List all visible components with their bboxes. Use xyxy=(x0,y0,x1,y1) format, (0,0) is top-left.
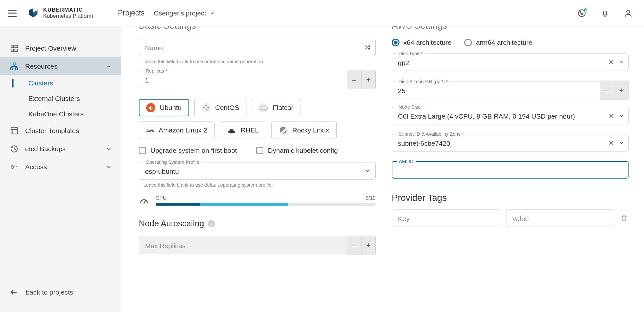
subnet-field[interactable]: Subnet ID & Availability Zone * subnet-6… xyxy=(392,134,629,151)
chevron-down-icon[interactable] xyxy=(364,168,371,174)
rhel-icon xyxy=(227,126,236,135)
bell-icon[interactable] xyxy=(600,8,610,18)
sidebar-item-external-clusters[interactable]: External Clusters xyxy=(0,91,121,106)
chevron-down-icon xyxy=(209,10,215,16)
clear-icon[interactable] xyxy=(608,113,614,119)
radio-arm64[interactable]: arm64 architecture xyxy=(464,39,532,46)
aws-settings-heading: AWS Settings xyxy=(392,26,629,31)
radio-icon xyxy=(464,39,472,46)
breadcrumb-root[interactable]: Projects xyxy=(118,9,145,17)
clear-icon[interactable] xyxy=(608,140,614,146)
brand-logo-icon xyxy=(27,7,39,19)
svg-point-13 xyxy=(265,110,266,111)
disk-type-field[interactable]: Disk Type * gp2 xyxy=(392,54,629,71)
user-icon[interactable] xyxy=(623,8,633,18)
trash-icon[interactable] xyxy=(620,214,629,222)
sidebar-label: Access xyxy=(25,163,47,171)
dashboard-icon xyxy=(10,44,19,53)
disk-size-row: Disk Size in GB (gp2) * 25 – + xyxy=(392,81,629,100)
topbar: KUBERMATIC Kubernetes Platform Projects … xyxy=(0,0,644,26)
os-chip-rocky-linux[interactable]: Rocky Linux xyxy=(271,122,336,139)
sidebar-item-project-overview[interactable]: Project Overview xyxy=(0,39,121,57)
aws-icon: aws xyxy=(146,126,154,135)
os-chip-amazon-linux-2[interactable]: aws Amazon Linux 2 xyxy=(139,122,215,139)
name-helper: Leave this field blank to use automatic … xyxy=(143,59,376,64)
svg-rect-4 xyxy=(11,49,14,52)
sidebar-item-etcd-backups[interactable]: etcd Backups xyxy=(0,140,121,158)
os-chip-flatcar[interactable]: Flatcar xyxy=(252,99,301,116)
node-size-label: Node Size * xyxy=(397,104,426,110)
menu-icon[interactable] xyxy=(8,9,17,18)
svg-point-17 xyxy=(143,202,145,204)
sidebar-item-cluster-templates[interactable]: Cluster Templates xyxy=(0,122,121,140)
flatcar-icon xyxy=(259,103,268,112)
replicas-decrement[interactable]: – xyxy=(347,70,361,89)
shuffle-icon[interactable] xyxy=(364,44,371,51)
checkbox-upgrade-first-boot[interactable]: Upgrade system on first boot xyxy=(139,147,237,154)
radio-label: x64 architecture xyxy=(403,39,451,46)
name-field[interactable] xyxy=(139,39,376,56)
clear-icon[interactable] xyxy=(608,59,614,65)
svg-point-1 xyxy=(627,10,630,13)
cpu-meter: CPU 2/10 xyxy=(139,195,376,206)
tag-value-field[interactable] xyxy=(506,210,615,227)
notification-dot xyxy=(583,8,587,12)
name-input[interactable] xyxy=(145,44,370,52)
os-chip-rhel[interactable]: RHEL xyxy=(220,122,266,139)
replicas-increment[interactable]: + xyxy=(361,70,376,89)
max-replicas-increment[interactable]: + xyxy=(361,236,376,255)
node-size-field[interactable]: Node Size * C6I Extra Large (4 vCPU, 8 G… xyxy=(392,107,629,124)
topbar-actions xyxy=(577,8,636,18)
chevron-down-icon[interactable] xyxy=(619,140,624,146)
osp-helper: Leave this field blank to use default op… xyxy=(143,182,376,188)
centos-icon xyxy=(202,103,211,112)
brand[interactable]: KUBERMATIC Kubernetes Platform xyxy=(27,7,93,19)
osp-label: Operating System Profile xyxy=(144,159,201,165)
os-chip-centos[interactable]: CentOS xyxy=(194,99,247,116)
provider-tags-heading: Provider Tags xyxy=(392,193,629,203)
osp-field[interactable]: Operating System Profile osp-ubuntu xyxy=(139,162,376,180)
os-chip-ubuntu[interactable]: ◐ Ubuntu xyxy=(139,99,189,116)
rocky-icon xyxy=(279,126,288,135)
architecture-radios: x64 architecture arm64 architecture xyxy=(392,39,629,46)
announcements-icon[interactable] xyxy=(577,8,587,18)
chip-label: Ubuntu xyxy=(160,104,182,112)
svg-rect-3 xyxy=(15,45,17,48)
chevron-down-icon xyxy=(106,146,112,152)
sidebar-item-kubeone-clusters[interactable]: KubeOne Clusters xyxy=(0,106,121,122)
ami-id-input[interactable] xyxy=(398,167,622,174)
disk-size-value[interactable]: 25 xyxy=(398,87,594,95)
replicas-value[interactable]: 1 xyxy=(145,76,341,84)
info-icon[interactable]: i xyxy=(208,220,215,227)
disk-size-decrement[interactable]: – xyxy=(600,81,614,100)
radio-x64[interactable]: x64 architecture xyxy=(392,39,451,46)
tag-value-input[interactable] xyxy=(512,215,609,223)
disk-size-increment[interactable]: + xyxy=(614,81,629,100)
tag-key-input[interactable] xyxy=(398,215,494,223)
chip-label: RHEL xyxy=(241,126,259,134)
max-replicas-decrement[interactable]: – xyxy=(347,236,361,255)
chevron-down-icon[interactable] xyxy=(619,59,624,65)
max-replicas-field[interactable]: Max Replicas xyxy=(139,237,347,254)
breadcrumb-project-selector[interactable]: Csenger's project xyxy=(154,9,215,17)
sidebar-item-clusters[interactable]: Clusters xyxy=(0,75,121,91)
sidebar-item-resources[interactable]: Resources xyxy=(0,57,121,75)
replicas-field[interactable]: Replicas * 1 xyxy=(139,71,347,88)
sidebar-item-access[interactable]: Access xyxy=(0,158,121,176)
boot-options: Upgrade system on first boot Dynamic kub… xyxy=(139,147,376,154)
chevron-down-icon[interactable] xyxy=(619,113,624,119)
back-to-projects[interactable]: back to projects xyxy=(0,282,121,302)
node-autoscaling-heading: Node Autoscaling i xyxy=(139,219,376,229)
checkbox-icon xyxy=(139,147,146,154)
max-replicas-stepper: – + xyxy=(347,236,376,255)
svg-rect-8 xyxy=(15,68,18,70)
svg-rect-14 xyxy=(261,105,266,107)
breadcrumb: Projects Csenger's project xyxy=(118,9,215,17)
disk-size-field[interactable]: Disk Size in GB (gp2) * 25 xyxy=(392,82,600,99)
checkbox-dynamic-kubelet[interactable]: Dynamic kubelet config xyxy=(256,147,338,154)
node-size-value: C6I Extra Large (4 vCPU, 8 GB RAM, 0.194… xyxy=(398,112,622,120)
os-chips: ◐ Ubuntu CentOS Flatcar aws Amazon Linux… xyxy=(139,99,376,139)
key-icon xyxy=(10,162,19,171)
ami-id-field[interactable]: AMI ID xyxy=(392,161,629,179)
tag-key-field[interactable] xyxy=(392,210,500,227)
